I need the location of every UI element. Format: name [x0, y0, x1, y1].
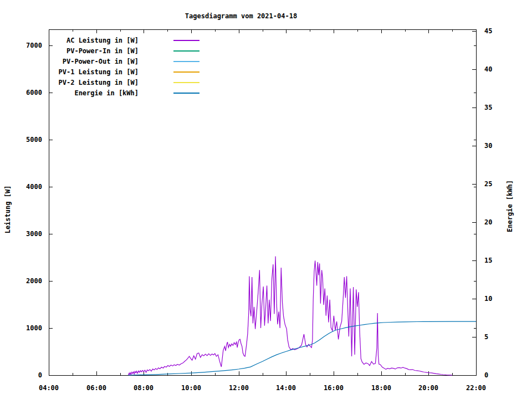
legend-label-pv2-leistung: PV-2 Leistung in [W]	[59, 79, 139, 86]
y1-tick-label: 5000	[26, 136, 42, 144]
chart-canvas: Tagesdiagramm vom 2021-04-18 Leistung [W…	[0, 0, 532, 399]
y2-tick-label: 5	[484, 333, 488, 341]
legend-label-energie: Energie in [kWh]	[74, 89, 139, 97]
series-line-energie-in-kwh	[129, 321, 477, 375]
x-tick-label: 08:00	[134, 384, 154, 392]
x-tick-label: 06:00	[86, 384, 106, 392]
y1-axis-label: Leistung [W]	[4, 186, 12, 234]
x-tick-label: 20:00	[418, 384, 438, 392]
x-tick-label: 18:00	[371, 384, 391, 392]
legend-label-ac-leistung: AC Leistung in [W]	[66, 37, 139, 44]
legend: AC Leistung in [W] PV-Power-In in [W] PV…	[59, 37, 200, 97]
y2-tick-label: 20	[484, 218, 492, 226]
legend-label-pv-power-in: PV-Power-In in [W]	[66, 47, 139, 55]
y1-tick-label: 2000	[26, 277, 42, 285]
x-tick-label: 10:00	[181, 384, 201, 392]
legend-label-pv-power-out: PV-Power-Out in [W]	[63, 58, 139, 65]
x-tick-label: 04:00	[39, 384, 59, 392]
y1-tick-label: 0	[38, 371, 42, 379]
y2-tick-label: 30	[484, 142, 492, 150]
x-tick-label: 14:00	[276, 384, 296, 392]
y2-tick-label: 45	[484, 27, 492, 35]
y1-tick-label: 3000	[26, 230, 42, 238]
y2-tick-label: 35	[484, 104, 492, 111]
series-line-ac-leistung-in-w	[129, 257, 453, 375]
day-diagram-chart: Tagesdiagramm vom 2021-04-18 Leistung [W…	[0, 0, 532, 399]
legend-label-pv1-leistung: PV-1 Leistung in [W]	[59, 68, 139, 76]
y2-tick-label: 40	[484, 65, 492, 73]
y1-tick-label: 1000	[26, 324, 42, 332]
y2-axis-label: Energie [kWh]	[506, 180, 514, 232]
x-tick-label: 22:00	[466, 384, 486, 392]
x-tick-label: 16:00	[324, 384, 344, 392]
y1-tick-label: 4000	[26, 183, 42, 191]
y2-tick-label: 0	[484, 371, 488, 379]
y1-tick-label: 6000	[26, 89, 42, 96]
y2-tick-label: 25	[484, 180, 492, 188]
y1-tick-label: 7000	[26, 42, 42, 49]
y2-tick-label: 10	[484, 295, 492, 303]
x-tick-label: 12:00	[229, 384, 249, 392]
series-lines	[129, 257, 477, 375]
chart-title: Tagesdiagramm vom 2021-04-18	[185, 12, 297, 20]
y2-tick-label: 15	[484, 257, 492, 264]
